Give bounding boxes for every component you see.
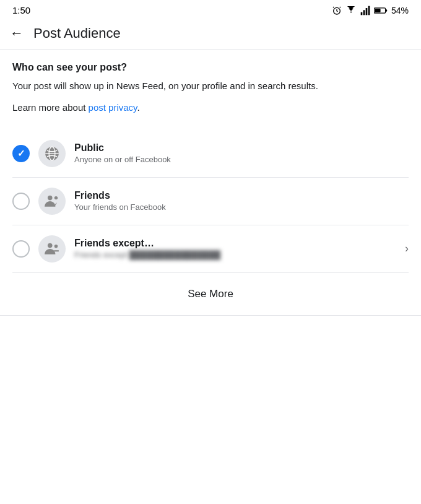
see-more-button[interactable]: See More: [188, 288, 233, 300]
audience-options: Public Anyone on or off Facebook Friends…: [0, 130, 421, 273]
svg-point-11: [54, 196, 58, 199]
svg-rect-3: [366, 8, 368, 15]
signal-icon: [360, 6, 370, 15]
friends-except-subtitle: Friends except ████████████████: [74, 250, 396, 259]
svg-rect-7: [375, 9, 380, 12]
svg-rect-4: [368, 6, 370, 15]
svg-rect-1: [361, 12, 363, 15]
svg-point-12: [48, 243, 53, 248]
friends-subtitle: Your friends on Facebook: [74, 202, 409, 212]
friends-except-title: Friends except…: [74, 238, 396, 249]
alarm-icon: [332, 6, 342, 15]
description-text: Your post will show up in News Feed, on …: [12, 79, 409, 93]
svg-point-10: [48, 195, 53, 200]
friends-except-option[interactable]: Friends except… Friends except █████████…: [12, 225, 409, 273]
public-subtitle: Anyone on or off Facebook: [74, 155, 409, 164]
friends-option[interactable]: Friends Your friends on Facebook: [12, 178, 409, 225]
status-bar: 1:50 54%: [0, 0, 421, 19]
friends-except-radio[interactable]: [12, 240, 30, 258]
learn-more-prefix: Learn more about: [12, 102, 89, 113]
globe-icon: [44, 146, 60, 162]
wifi-icon: [345, 6, 357, 15]
main-content: Who can see your post? Your post will sh…: [0, 50, 421, 113]
svg-point-13: [54, 244, 58, 247]
public-text: Public Anyone on or off Facebook: [74, 142, 409, 164]
battery-percentage: 54%: [391, 6, 409, 15]
friends-radio[interactable]: [12, 193, 30, 210]
public-radio[interactable]: [12, 145, 30, 162]
see-more-section[interactable]: See More: [0, 273, 421, 316]
public-option[interactable]: Public Anyone on or off Facebook: [12, 130, 409, 178]
public-title: Public: [74, 142, 409, 154]
friends-except-text: Friends except… Friends except █████████…: [74, 238, 396, 259]
friends-except-icon: [44, 241, 60, 257]
battery-icon: [374, 7, 388, 14]
learn-more-suffix: .: [137, 102, 140, 113]
friends-except-icon-bg: [38, 235, 66, 263]
learn-more-text: Learn more about post privacy.: [12, 102, 409, 113]
status-icons: 54%: [332, 6, 409, 15]
friends-title: Friends: [74, 190, 409, 201]
svg-rect-6: [386, 9, 387, 11]
public-icon: [38, 140, 66, 167]
back-button[interactable]: ←: [10, 25, 24, 41]
friends-icon-bg: [38, 188, 66, 215]
post-privacy-link[interactable]: post privacy: [89, 102, 137, 113]
header: ← Post Audience: [0, 19, 421, 50]
friends-icon: [44, 193, 60, 209]
svg-rect-2: [363, 10, 365, 15]
status-time: 1:50: [12, 5, 30, 15]
page-title: Post Audience: [33, 25, 121, 41]
friends-except-chevron: ›: [405, 242, 409, 255]
friends-text: Friends Your friends on Facebook: [74, 190, 409, 212]
section-title: Who can see your post?: [12, 62, 409, 73]
